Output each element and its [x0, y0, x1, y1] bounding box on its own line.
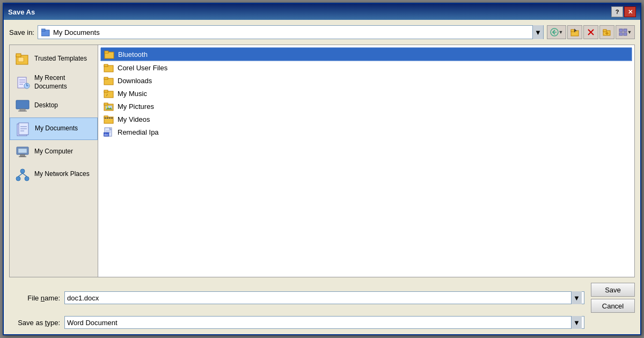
videos-label: My Videos — [118, 115, 150, 123]
sidebar-item-recent-docs[interactable]: My Recent Documents — [10, 71, 98, 94]
action-buttons: Save Cancel — [591, 283, 635, 313]
sidebar-item-trusted-templates[interactable]: Trusted Templates — [10, 48, 98, 70]
save-in-combo[interactable]: My Documents ▼ — [38, 25, 544, 39]
pictures-folder-icon — [104, 101, 114, 111]
bluetooth-folder-icon — [104, 49, 115, 59]
dialog-body: Save in: My Documents ▼ — [4, 20, 640, 334]
my-documents-icon — [16, 121, 31, 136]
remedial-label: Remedial Ipa — [118, 128, 159, 136]
downloads-folder-icon — [104, 76, 114, 85]
svg-rect-18 — [18, 57, 24, 62]
svg-rect-59 — [111, 117, 113, 119]
corel-folder-icon — [104, 63, 114, 72]
recent-docs-icon — [15, 75, 30, 90]
filename-row: File name: doc1.docx ▼ Save Cancel — [9, 283, 635, 313]
music-label: My Music — [118, 90, 147, 98]
svg-rect-13 — [624, 29, 627, 32]
desktop-icon — [15, 98, 30, 113]
network-label: My Network Places — [34, 170, 90, 179]
svg-rect-24 — [16, 100, 29, 109]
main-area: Trusted Templates My Rece — [9, 45, 635, 277]
filename-input-wrapper[interactable]: doc1.docx ▼ — [64, 291, 584, 304]
delete-icon — [587, 28, 595, 36]
save-in-label: Save in: — [9, 28, 34, 36]
svg-rect-12 — [619, 29, 623, 32]
file-item-downloads[interactable]: Downloads — [100, 74, 632, 87]
filetype-dropdown-arrow[interactable]: ▼ — [571, 316, 582, 329]
save-as-dialog: Save As ? ✕ Save in: My Documents ▼ — [3, 3, 641, 335]
back-button[interactable]: ▼ — [547, 25, 566, 39]
svg-rect-17 — [16, 54, 21, 57]
svg-point-36 — [20, 169, 25, 173]
svg-text:doc: doc — [104, 133, 109, 136]
sidebar-item-desktop[interactable]: Desktop — [10, 95, 98, 116]
svg-point-37 — [16, 177, 20, 181]
file-item-music[interactable]: ♪ My Music — [100, 87, 632, 100]
cancel-button[interactable]: Cancel — [591, 299, 635, 313]
back-dropdown-arrow: ▼ — [559, 30, 564, 35]
save-in-dropdown-arrow[interactable]: ▼ — [532, 25, 543, 39]
doc-file-icon: doc — [104, 127, 114, 137]
svg-rect-42 — [105, 51, 108, 53]
save-in-row: Save in: My Documents ▼ — [9, 25, 635, 39]
filename-chevron-icon: ▼ — [573, 294, 580, 302]
music-folder-icon: ♪ — [104, 89, 114, 98]
svg-rect-14 — [619, 33, 623, 35]
filename-value: doc1.docx — [67, 294, 571, 302]
svg-rect-9 — [603, 30, 606, 32]
view-button[interactable]: ▼ — [616, 25, 635, 39]
view-icon — [619, 28, 627, 36]
my-computer-label: My Computer — [34, 148, 73, 156]
sidebar-item-my-documents[interactable]: My Documents — [10, 117, 98, 140]
svg-rect-56 — [105, 117, 106, 119]
view-dropdown-arrow: ▼ — [627, 30, 632, 35]
filetype-row: Save as type: Word Document ▼ — [9, 316, 635, 329]
filetype-value: Word Document — [67, 319, 571, 327]
back-icon — [550, 28, 559, 36]
svg-line-40 — [23, 173, 27, 177]
bottom-section: File name: doc1.docx ▼ Save Cancel — [9, 283, 635, 329]
dialog-title: Save As — [8, 8, 35, 16]
corel-label: Corel User Files — [118, 64, 167, 72]
pictures-label: My Pictures — [118, 102, 154, 111]
my-documents-label: My Documents — [35, 124, 78, 133]
up-folder-icon — [570, 28, 579, 36]
filetype-label: Save as type: — [9, 319, 60, 327]
toolbar-buttons: ▼ — [547, 25, 635, 39]
videos-folder-icon — [104, 114, 114, 124]
sidebar-item-network[interactable]: My Network Places — [10, 164, 98, 185]
svg-text:♪: ♪ — [106, 92, 108, 97]
network-icon — [15, 167, 30, 182]
title-buttons: ? ✕ — [611, 6, 636, 17]
recent-docs-label: My Recent Documents — [34, 74, 92, 91]
file-item-remedial[interactable]: doc Remedial Ipa — [100, 126, 632, 138]
filetype-input-wrapper[interactable]: Word Document ▼ — [64, 316, 584, 329]
sidebar-item-my-computer[interactable]: My Computer — [10, 141, 98, 163]
svg-rect-15 — [624, 33, 627, 35]
svg-rect-51 — [104, 103, 108, 105]
svg-rect-35 — [18, 149, 27, 153]
help-button[interactable]: ? — [611, 6, 623, 17]
filename-dropdown-arrow[interactable]: ▼ — [571, 291, 582, 304]
file-item-bluetooth[interactable]: Bluetooth — [100, 47, 632, 61]
svg-rect-46 — [104, 77, 108, 79]
file-item-videos[interactable]: My Videos — [100, 113, 632, 126]
filetype-underline: t — [45, 319, 47, 327]
file-item-corel[interactable]: Corel User Files — [100, 61, 632, 74]
filename-label: File name: — [9, 294, 60, 302]
new-folder-button[interactable] — [599, 25, 614, 39]
svg-rect-58 — [109, 117, 111, 119]
desktop-label: Desktop — [34, 101, 58, 110]
file-item-pictures[interactable]: My Pictures — [100, 100, 632, 113]
save-in-folder-icon — [41, 28, 50, 36]
svg-line-39 — [18, 173, 23, 177]
save-button[interactable]: Save — [591, 283, 635, 297]
dropdown-chevron-icon: ▼ — [535, 28, 541, 36]
delete-button[interactable] — [583, 25, 598, 39]
close-button[interactable]: ✕ — [624, 6, 636, 17]
up-folder-button[interactable] — [567, 25, 582, 39]
trusted-templates-icon — [15, 52, 30, 67]
filename-underline: n — [41, 294, 45, 302]
my-computer-icon — [15, 144, 30, 159]
svg-rect-1 — [41, 29, 45, 31]
